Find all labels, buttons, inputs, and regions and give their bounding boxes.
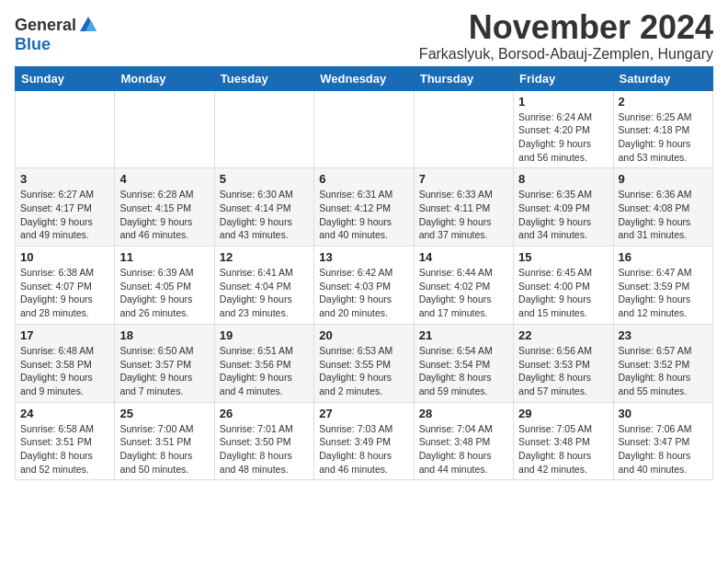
day-info: Sunrise: 6:33 AM Sunset: 4:11 PM Dayligh… (419, 188, 508, 242)
location-subtitle: Farkaslyuk, Borsod-Abauj-Zemplen, Hungar… (419, 46, 713, 63)
day-info: Sunrise: 6:51 AM Sunset: 3:56 PM Dayligh… (220, 344, 309, 398)
day-info: Sunrise: 6:38 AM Sunset: 4:07 PM Dayligh… (20, 266, 109, 320)
calendar-cell: 9Sunrise: 6:36 AM Sunset: 4:08 PM Daylig… (613, 168, 712, 247)
day-info: Sunrise: 6:30 AM Sunset: 4:14 PM Dayligh… (220, 188, 309, 242)
calendar-cell: 6Sunrise: 6:31 AM Sunset: 4:12 PM Daylig… (314, 168, 414, 247)
day-info: Sunrise: 7:05 AM Sunset: 3:48 PM Dayligh… (518, 422, 608, 477)
day-info: Sunrise: 6:57 AM Sunset: 3:52 PM Dayligh… (619, 344, 708, 398)
header: General Blue November 2024 Farkaslyuk, B… (15, 9, 713, 63)
day-info: Sunrise: 6:50 AM Sunset: 3:57 PM Dayligh… (119, 344, 209, 398)
day-info: Sunrise: 7:03 AM Sunset: 3:49 PM Dayligh… (319, 422, 408, 477)
weekday-header-monday: Monday (115, 66, 214, 90)
day-info: Sunrise: 6:54 AM Sunset: 3:54 PM Dayligh… (419, 344, 508, 398)
day-info: Sunrise: 6:45 AM Sunset: 4:00 PM Dayligh… (518, 266, 608, 320)
day-number: 30 (619, 407, 708, 420)
calendar-cell: 17Sunrise: 6:48 AM Sunset: 3:58 PM Dayli… (16, 324, 115, 402)
day-number: 16 (619, 250, 708, 264)
day-info: Sunrise: 6:39 AM Sunset: 4:05 PM Dayligh… (119, 266, 209, 320)
day-info: Sunrise: 6:53 AM Sunset: 3:55 PM Dayligh… (319, 344, 408, 398)
calendar-cell (414, 90, 513, 168)
day-number: 13 (319, 250, 408, 264)
calendar-week-row-3: 10Sunrise: 6:38 AM Sunset: 4:07 PM Dayli… (16, 247, 713, 325)
day-number: 15 (518, 250, 608, 264)
calendar-cell (16, 90, 115, 168)
day-number: 7 (419, 172, 508, 186)
day-info: Sunrise: 6:56 AM Sunset: 3:53 PM Dayligh… (518, 344, 608, 398)
day-info: Sunrise: 6:58 AM Sunset: 3:51 PM Dayligh… (20, 422, 109, 477)
weekday-header-tuesday: Tuesday (214, 66, 313, 90)
calendar-cell: 13Sunrise: 6:42 AM Sunset: 4:03 PM Dayli… (314, 247, 414, 325)
logo: General Blue (15, 15, 98, 54)
calendar-cell: 22Sunrise: 6:56 AM Sunset: 3:53 PM Dayli… (514, 324, 613, 402)
calendar-cell: 25Sunrise: 7:00 AM Sunset: 3:51 PM Dayli… (115, 402, 214, 480)
day-number: 21 (419, 328, 508, 342)
calendar-cell: 12Sunrise: 6:41 AM Sunset: 4:04 PM Dayli… (214, 247, 313, 325)
calendar-cell: 27Sunrise: 7:03 AM Sunset: 3:49 PM Dayli… (314, 402, 414, 480)
day-number: 20 (319, 328, 408, 342)
calendar-cell (314, 90, 414, 168)
calendar-cell: 7Sunrise: 6:33 AM Sunset: 4:11 PM Daylig… (414, 168, 513, 247)
calendar-cell: 10Sunrise: 6:38 AM Sunset: 4:07 PM Dayli… (16, 247, 115, 325)
day-info: Sunrise: 6:35 AM Sunset: 4:09 PM Dayligh… (518, 188, 608, 242)
day-number: 23 (619, 328, 708, 342)
calendar-week-row-5: 24Sunrise: 6:58 AM Sunset: 3:51 PM Dayli… (16, 402, 713, 480)
calendar-cell: 2Sunrise: 6:25 AM Sunset: 4:18 PM Daylig… (613, 90, 712, 168)
day-info: Sunrise: 7:01 AM Sunset: 3:50 PM Dayligh… (220, 422, 309, 477)
weekday-header-wednesday: Wednesday (314, 66, 414, 90)
calendar-cell: 18Sunrise: 6:50 AM Sunset: 3:57 PM Dayli… (115, 324, 214, 402)
calendar-cell: 28Sunrise: 7:04 AM Sunset: 3:48 PM Dayli… (414, 402, 513, 480)
day-number: 6 (319, 172, 408, 186)
calendar-cell: 15Sunrise: 6:45 AM Sunset: 4:00 PM Dayli… (514, 247, 613, 325)
calendar-cell: 16Sunrise: 6:47 AM Sunset: 3:59 PM Dayli… (613, 247, 712, 325)
day-number: 24 (20, 407, 109, 420)
calendar-cell: 30Sunrise: 7:06 AM Sunset: 3:47 PM Dayli… (613, 402, 712, 480)
day-info: Sunrise: 6:44 AM Sunset: 4:02 PM Dayligh… (419, 266, 508, 320)
logo-icon (78, 15, 98, 35)
calendar-cell: 1Sunrise: 6:24 AM Sunset: 4:20 PM Daylig… (514, 90, 613, 168)
day-number: 14 (419, 250, 508, 264)
calendar-cell: 5Sunrise: 6:30 AM Sunset: 4:14 PM Daylig… (214, 168, 313, 247)
calendar-cell: 23Sunrise: 6:57 AM Sunset: 3:52 PM Dayli… (613, 324, 712, 402)
calendar-cell: 8Sunrise: 6:35 AM Sunset: 4:09 PM Daylig… (514, 168, 613, 247)
day-info: Sunrise: 7:06 AM Sunset: 3:47 PM Dayligh… (619, 422, 708, 477)
day-number: 9 (619, 172, 708, 186)
day-info: Sunrise: 6:31 AM Sunset: 4:12 PM Dayligh… (319, 188, 408, 242)
day-info: Sunrise: 6:36 AM Sunset: 4:08 PM Dayligh… (619, 188, 708, 242)
day-number: 17 (20, 328, 109, 342)
day-number: 2 (619, 95, 708, 109)
month-year-title: November 2024 (419, 9, 713, 46)
calendar-cell: 24Sunrise: 6:58 AM Sunset: 3:51 PM Dayli… (16, 402, 115, 480)
day-number: 11 (119, 250, 209, 264)
day-number: 22 (518, 328, 608, 342)
calendar-table: SundayMondayTuesdayWednesdayThursdayFrid… (15, 66, 713, 481)
calendar-cell (214, 90, 313, 168)
day-number: 3 (20, 172, 109, 186)
day-number: 28 (419, 407, 508, 420)
logo-general-text: General (15, 16, 76, 35)
day-number: 19 (220, 328, 309, 342)
weekday-header-saturday: Saturday (613, 66, 712, 90)
day-number: 18 (119, 328, 209, 342)
weekday-header-friday: Friday (514, 66, 613, 90)
calendar-week-row-4: 17Sunrise: 6:48 AM Sunset: 3:58 PM Dayli… (16, 324, 713, 402)
day-number: 10 (20, 250, 109, 264)
day-number: 1 (518, 95, 608, 109)
day-number: 29 (518, 407, 608, 420)
day-number: 12 (220, 250, 309, 264)
day-info: Sunrise: 7:00 AM Sunset: 3:51 PM Dayligh… (119, 422, 209, 477)
day-number: 27 (319, 407, 408, 420)
calendar-cell: 19Sunrise: 6:51 AM Sunset: 3:56 PM Dayli… (214, 324, 313, 402)
calendar-cell: 29Sunrise: 7:05 AM Sunset: 3:48 PM Dayli… (514, 402, 613, 480)
day-info: Sunrise: 6:25 AM Sunset: 4:18 PM Dayligh… (619, 110, 708, 165)
day-number: 26 (220, 407, 309, 420)
day-info: Sunrise: 6:24 AM Sunset: 4:20 PM Dayligh… (518, 110, 608, 165)
day-number: 25 (119, 407, 209, 420)
calendar-week-row-2: 3Sunrise: 6:27 AM Sunset: 4:17 PM Daylig… (16, 168, 713, 247)
day-info: Sunrise: 7:04 AM Sunset: 3:48 PM Dayligh… (419, 422, 508, 477)
calendar-cell: 26Sunrise: 7:01 AM Sunset: 3:50 PM Dayli… (214, 402, 313, 480)
calendar-cell: 20Sunrise: 6:53 AM Sunset: 3:55 PM Dayli… (314, 324, 414, 402)
calendar-cell: 4Sunrise: 6:28 AM Sunset: 4:15 PM Daylig… (115, 168, 214, 247)
calendar-cell: 21Sunrise: 6:54 AM Sunset: 3:54 PM Dayli… (414, 324, 513, 402)
calendar-week-row-1: 1Sunrise: 6:24 AM Sunset: 4:20 PM Daylig… (16, 90, 713, 168)
weekday-header-thursday: Thursday (414, 66, 513, 90)
